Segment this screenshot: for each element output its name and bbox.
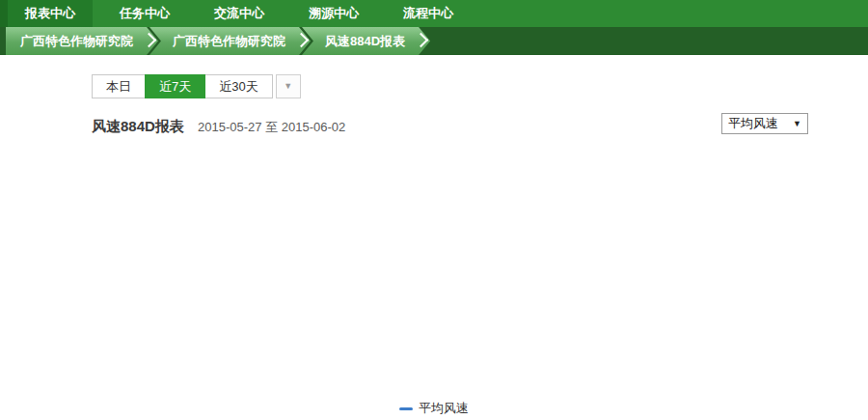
nav-item-4[interactable]: 溯源中心	[291, 0, 376, 27]
range-tab-2[interactable]: 近7天	[145, 74, 205, 98]
nav-item-5[interactable]: 流程中心	[386, 0, 471, 27]
legend-line-icon	[399, 407, 413, 410]
report-date-range: 2015-05-27 至 2015-06-02	[198, 119, 345, 136]
breadcrumb-item-1[interactable]: 广西特色作物研究院	[6, 27, 158, 55]
range-tabs: 本日近7天近30天▼	[92, 74, 301, 98]
breadcrumb-item-label: 风速884D报表	[302, 27, 430, 55]
breadcrumb: 广西特色作物研究院广西特色作物研究院风速884D报表	[0, 27, 868, 55]
range-tab-1[interactable]: 本日	[92, 74, 146, 98]
chart-area	[0, 143, 868, 401]
chart-svg	[0, 143, 868, 401]
chart-legend[interactable]: 平均风速	[0, 400, 868, 417]
breadcrumb-item-2[interactable]: 广西特色作物研究院	[149, 27, 311, 55]
top-nav: 报表中心任务中心交流中心溯源中心流程中心	[0, 0, 868, 27]
report-title: 风速884D报表	[92, 118, 184, 136]
range-tab-3[interactable]: 近30天	[204, 74, 272, 98]
nav-item-3[interactable]: 交流中心	[197, 0, 282, 27]
legend-label: 平均风速	[419, 400, 469, 417]
series-select-value: 平均风速	[728, 115, 778, 132]
series-select[interactable]: 平均风速 ▼	[721, 113, 808, 134]
nav-item-2[interactable]: 任务中心	[102, 0, 187, 27]
breadcrumb-item-3[interactable]: 风速884D报表	[302, 27, 430, 55]
page: 报表中心任务中心交流中心溯源中心流程中心 广西特色作物研究院广西特色作物研究院风…	[0, 0, 868, 420]
nav-item-1[interactable]: 报表中心	[8, 0, 93, 27]
top-nav-left-edge	[0, 0, 8, 27]
chevron-down-icon: ▼	[793, 119, 801, 128]
range-tabs-more-button[interactable]: ▼	[276, 74, 301, 98]
breadcrumb-item-label: 广西特色作物研究院	[6, 27, 158, 55]
breadcrumb-item-label: 广西特色作物研究院	[149, 27, 311, 55]
